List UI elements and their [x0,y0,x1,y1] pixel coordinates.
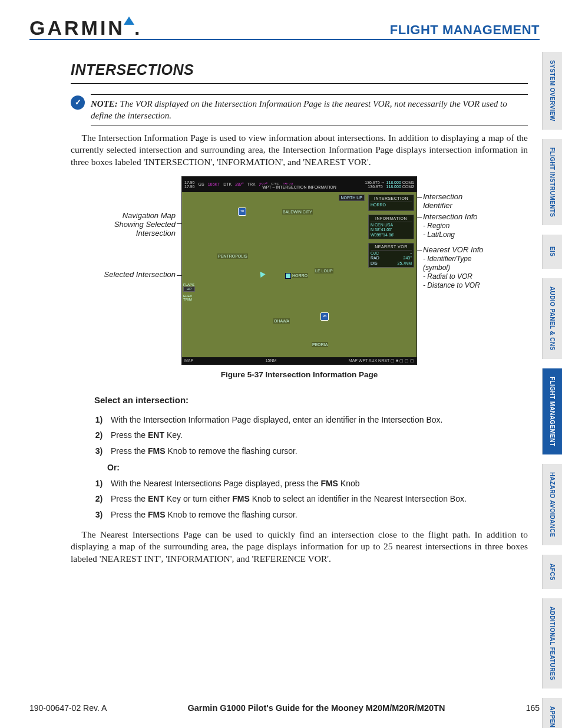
tab-hazard-avoidance[interactable]: HAZARD AVOIDANCE [542,464,562,545]
key-name: FMS [232,494,250,503]
mfd-bottombar: MAP 15NM MAP WPT AUX NRST ▢ ■ ▢ ▢ ▢ [182,357,416,364]
footer: 190-00647-02 Rev. A Garmin G1000 Pilot's… [29,703,540,713]
panel-vor-id: OJC [371,251,379,256]
map-label: PENTROPOLIS [217,253,248,259]
gs-value: 166KT [208,182,220,187]
nav-freq-1: 17.95 [184,180,195,185]
tab-flight-instruments[interactable]: FLIGHT INSTRUMENTS [542,139,562,225]
step: Press the ENT Key. [107,427,528,443]
key-name: ENT [148,494,164,503]
com-freq-block: 136.975 ↔ 118.000 COM1 136.975 118.000 C… [365,180,414,189]
note-label: NOTE: [91,99,118,108]
step-text: With the Intersection Information Page d… [111,415,442,424]
com2-active: 136.975 [368,185,382,189]
panel-info-region: N CEN USA [371,223,412,228]
callout-vor-dist: - Distance to VOR [423,281,480,289]
panel-vor-title: NEAREST VOR [371,245,412,251]
map-scale: 15NM [266,358,277,363]
panel-intersection-id: HORRO [371,203,412,208]
or-separator: Or: [107,462,528,473]
flaps-label: FLAPS [183,283,195,286]
panel-info-title: INFORMATION [371,216,412,222]
panel-vor-dis: 25.7NM [397,261,412,266]
map-label: BALDWIN CITY [282,209,313,215]
callout-vor-title: Nearest VOR Info [423,245,484,254]
step-text: Knob to remove the flashing cursor. [166,510,297,519]
map-label: PEORIA [312,342,328,347]
page-group-indicator: MAP WPT AUX NRST ▢ ■ ▢ ▢ ▢ [349,358,414,363]
step-text: Press the [111,446,148,456]
step-text: Knob to remove the flashing cursor. [166,446,297,456]
com1-standby: 118.000 [386,180,401,185]
tab-afcs[interactable]: AFCS [542,555,562,589]
tab-eis[interactable]: EIS [542,235,562,269]
section-heading: INTERSECTIONS [71,60,528,80]
callout-int-info: Intersection Info - Region - Lat/Long [423,213,478,239]
waypoint-icon [285,273,291,279]
callout-int-info-title: Intersection Info [423,212,478,221]
nav-freq-2: 17.95 [184,185,195,189]
step-text: Press the [111,494,148,503]
key-name: FMS [320,479,338,488]
tab-flight-management[interactable]: FLIGHT MANAGEMENT [542,368,562,454]
interstate-shield-icon: 70 [238,207,246,216]
section-rule [71,83,528,84]
panel-info-lon: W095°14.86' [371,233,412,238]
trk-label: TRK [247,182,256,187]
tab-audio-panel[interactable]: AUDIO PANEL & CNS [542,278,562,359]
content: INTERSECTIONS ✓ NOTE: The VOR displayed … [29,40,528,565]
flaps-value: UP [183,286,195,291]
figure-caption: Figure 5-37 Intersection Information Pag… [105,370,494,380]
aircraft-icon [257,270,265,278]
page: GARMIN. FLIGHT MANAGEMENT INTERSECTIONS … [0,0,562,728]
mfd-screenshot: 17.95 17.95 GS 166KT DTK 287° TRK 287° E… [181,176,417,365]
key-name: ENT [148,430,164,440]
map-label: HORRO [292,273,308,278]
note-block: ✓ NOTE: The VOR displayed on the Interse… [71,94,528,126]
procedure-title: Select an intersection: [94,394,528,406]
callout-int-id: Intersection Identifier [423,193,494,210]
tab-appendices[interactable]: APPENDICES [542,698,562,728]
eis-sidebar: FLAPS UP ELEV TRIM [183,283,195,301]
step: Press the FMS Knob to remove the flashin… [107,507,528,523]
procedure-steps-a: With the Intersection Information Page d… [94,412,528,459]
callout-selected-int: Selected Intersection [99,271,176,279]
panel-vor-rad-label: RAD [371,256,379,261]
north-up-badge: NORTH UP [339,195,365,201]
panel-nearest-vor: NEAREST VOR OJC▫ RAD243° DIS25.7NM [368,243,414,268]
tab-additional-features[interactable]: ADDITIONAL FEATURES [542,598,562,689]
com2-standby: 118.000 [386,185,401,189]
panel-vor-rad: 243° [404,256,412,261]
step: With the Intersection Information Page d… [107,412,528,428]
footer-title: Garmin G1000 Pilot's Guide for the Moone… [187,703,445,713]
trim-label: TRIM [183,298,195,301]
callout-vor-radial: - Radial to VOR [423,272,472,281]
side-tabs: SYSTEM OVERVIEW FLIGHT INSTRUMENTS EIS A… [542,52,562,728]
panel-intersection: INTERSECTION HORRO [368,195,414,211]
key-name: FMS [148,510,166,519]
callout-int-info-region: - Region [423,222,449,230]
panel-vor-dis-label: DIS [371,261,378,266]
closing-paragraph: The Nearest Intersections Page can be us… [71,529,528,565]
step-text: Key. [164,430,183,440]
logo-triangle-icon [124,17,134,25]
step: Press the FMS Knob to remove the flashin… [107,443,528,459]
header-title: FLIGHT MANAGEMENT [390,22,540,38]
callout-vor-id: - Identifier/Type (symbol) [423,255,471,272]
callout-nav-map: Navigation Map Showing Selected Intersec… [99,212,176,238]
step-text: Press the [111,510,148,519]
key-name: FMS [148,446,166,456]
tab-system-overview[interactable]: SYSTEM OVERVIEW [542,52,562,130]
figure: Navigation Map Showing Selected Intersec… [105,176,494,380]
step: With the Nearest Intersections Page disp… [107,476,528,492]
dtk-value: 287° [235,182,243,187]
intro-paragraph: The Intersection Information Page is use… [71,132,528,168]
step-text: Knob to select an identifier in the Near… [250,494,467,503]
com2-label: COM2 [402,185,414,189]
interstate-shield-icon: 35 [320,312,329,321]
panel-info-lat: N 38°41.05' [371,228,412,233]
step-text: Key or turn either [164,494,232,503]
softkey-map: MAP [184,358,193,363]
nav-freq-block: 17.95 17.95 [184,180,195,189]
step: Press the ENT Key or turn either FMS Kno… [107,491,528,507]
